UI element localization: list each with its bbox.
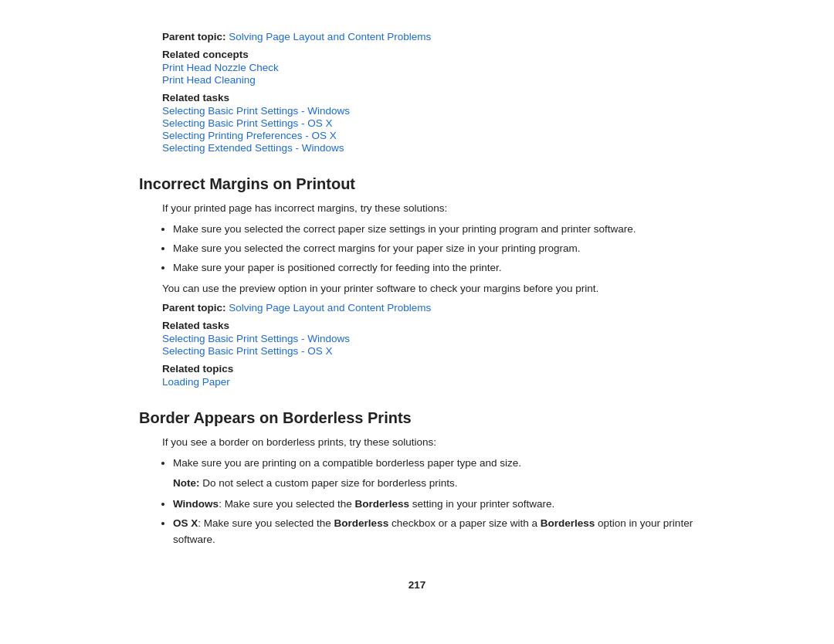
concept-link-print-head-cleaning[interactable]: Print Head Cleaning — [162, 74, 256, 86]
border-bullets-2: Windows: Make sure you selected the Bord… — [173, 497, 695, 548]
border-intro: If you see a border on borderless prints… — [162, 435, 695, 451]
border-bullet-1-text: Make sure you are printing on a compatib… — [173, 457, 521, 469]
incorrect-task-link-osx[interactable]: Selecting Basic Print Settings - OS X — [162, 345, 333, 357]
task-link-1: Selecting Basic Print Settings - Windows — [162, 105, 695, 117]
border-bullet3-mid: : Make sure you selected the — [198, 517, 334, 529]
page-number: 217 — [139, 579, 695, 591]
border-bullet-windows: Windows: Make sure you selected the Bord… — [173, 497, 695, 513]
incorrect-margins-heading: Incorrect Margins on Printout — [139, 175, 695, 193]
border-bullet-osx: OS X: Make sure you selected the Borderl… — [173, 516, 695, 548]
bullet-item: Make sure you selected the correct margi… — [173, 241, 695, 257]
task-link-2: Selecting Basic Print Settings - OS X — [162, 117, 695, 129]
border-section-heading: Border Appears on Borderless Prints — [139, 409, 695, 427]
task-link-3: Selecting Printing Preferences - OS X — [162, 130, 695, 141]
borderless-bold-3: Borderless — [541, 517, 595, 529]
incorrect-task-2: Selecting Basic Print Settings - OS X — [162, 345, 695, 357]
incorrect-parent-topic-label: Parent topic: — [162, 302, 226, 314]
borderless-bold-1: Borderless — [354, 498, 409, 510]
parent-topic-line: Parent topic: Solving Page Layout and Co… — [162, 31, 695, 42]
concept-link-print-head-nozzle[interactable]: Print Head Nozzle Check — [162, 62, 279, 73]
borderless-bold-2: Borderless — [334, 517, 389, 529]
bullet-item: Make sure your paper is positioned corre… — [173, 260, 695, 276]
parent-topic-label: Parent topic: — [162, 31, 226, 42]
concept-link-1: Print Head Nozzle Check — [162, 62, 695, 73]
task-link-extended-settings[interactable]: Selecting Extended Settings - Windows — [162, 142, 344, 154]
concept-link-2: Print Head Cleaning — [162, 74, 695, 86]
incorrect-related-tasks-label: Related tasks — [162, 320, 695, 331]
incorrect-margins-closing: You can use the preview option in your p… — [162, 281, 695, 297]
incorrect-margins-intro: If your printed page has incorrect margi… — [162, 201, 695, 217]
border-bullet2-end: setting in your printer software. — [409, 498, 554, 510]
border-bullets: Make sure you are printing on a compatib… — [173, 456, 695, 472]
incorrect-task-1: Selecting Basic Print Settings - Windows — [162, 333, 695, 344]
note-text: Do not select a custom paper size for bo… — [200, 477, 458, 489]
related-tasks-label-top: Related tasks — [162, 92, 695, 103]
task-link-basic-osx[interactable]: Selecting Basic Print Settings - OS X — [162, 117, 333, 129]
related-concepts-label: Related concepts — [162, 49, 695, 60]
task-link-basic-windows[interactable]: Selecting Basic Print Settings - Windows — [162, 105, 350, 117]
border-bullet-1: Make sure you are printing on a compatib… — [173, 456, 695, 472]
parent-topic-link[interactable]: Solving Page Layout and Content Problems — [229, 31, 431, 42]
note-block: Note: Do not select a custom paper size … — [173, 476, 695, 492]
windows-bold: Windows — [173, 498, 219, 510]
task-link-4: Selecting Extended Settings - Windows — [162, 142, 695, 154]
page-content: Parent topic: Solving Page Layout and Co… — [124, 0, 710, 644]
incorrect-parent-topic-link[interactable]: Solving Page Layout and Content Problems — [229, 302, 431, 314]
task-link-printing-prefs[interactable]: Selecting Printing Preferences - OS X — [162, 130, 337, 141]
incorrect-parent-topic-line: Parent topic: Solving Page Layout and Co… — [162, 302, 695, 314]
osx-bold: OS X — [173, 517, 198, 529]
incorrect-margins-meta: Parent topic: Solving Page Layout and Co… — [162, 302, 695, 388]
loading-paper-link[interactable]: Loading Paper — [162, 376, 230, 388]
related-topics-label: Related topics — [162, 363, 695, 375]
top-meta-section: Parent topic: Solving Page Layout and Co… — [162, 31, 695, 154]
note-label: Note: — [173, 477, 200, 489]
incorrect-margins-bullets: Make sure you selected the correct paper… — [173, 222, 695, 276]
loading-paper-link-block: Loading Paper — [162, 376, 695, 388]
border-bullet2-mid: : Make sure you selected the — [219, 498, 354, 510]
bullet-item: Make sure you selected the correct paper… — [173, 222, 695, 238]
border-bullet3-mid2: checkbox or a paper size with a — [388, 517, 541, 529]
incorrect-task-link-windows[interactable]: Selecting Basic Print Settings - Windows — [162, 333, 350, 344]
